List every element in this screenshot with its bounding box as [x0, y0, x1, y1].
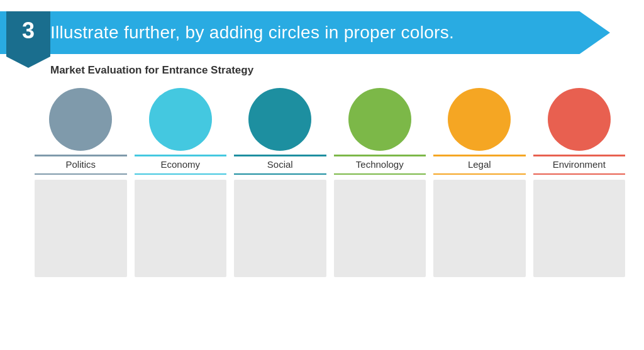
- label-social: Social: [267, 159, 293, 170]
- column-politics: Politics: [35, 88, 127, 277]
- step-number-container: 3: [6, 11, 50, 68]
- columns-container: PoliticsEconomySocialTechnologyLegalEnvi…: [35, 88, 625, 277]
- label-legal: Legal: [468, 159, 491, 170]
- content-box-environment: [533, 180, 626, 277]
- divider-technology: [334, 155, 426, 156]
- column-technology: Technology: [334, 88, 426, 277]
- content-box-technology: [334, 180, 426, 277]
- column-economy: Economy: [135, 88, 227, 277]
- circle-politics: [49, 88, 112, 151]
- underline-legal: [433, 173, 526, 175]
- content-box-legal: [433, 180, 526, 277]
- content-box-social: [234, 180, 326, 277]
- column-environment: Environment: [533, 88, 626, 277]
- content-box-economy: [135, 180, 227, 277]
- circle-economy: [149, 88, 212, 151]
- subtitle: Market Evaluation for Entrance Strategy: [50, 64, 253, 77]
- divider-social: [234, 155, 326, 156]
- step-number: 3: [22, 18, 35, 44]
- content-box-politics: [35, 180, 127, 277]
- header-banner: Illustrate further, by adding circles in…: [0, 11, 610, 54]
- divider-politics: [35, 155, 127, 156]
- divider-legal: [433, 155, 526, 156]
- divider-economy: [135, 155, 227, 156]
- label-economy: Economy: [160, 159, 200, 170]
- underline-social: [234, 173, 326, 175]
- label-politics: Politics: [65, 159, 96, 170]
- divider-environment: [533, 155, 626, 156]
- label-environment: Environment: [553, 159, 606, 170]
- underline-environment: [533, 173, 626, 175]
- underline-technology: [334, 173, 426, 175]
- column-social: Social: [234, 88, 326, 277]
- underline-economy: [135, 173, 227, 175]
- circle-environment: [548, 88, 611, 151]
- circle-social: [248, 88, 311, 151]
- slide: 3 Illustrate further, by adding circles …: [0, 0, 644, 350]
- label-technology: Technology: [356, 159, 404, 170]
- circle-legal: [448, 88, 511, 151]
- underline-politics: [35, 173, 127, 175]
- column-legal: Legal: [433, 88, 526, 277]
- header-title: Illustrate further, by adding circles in…: [50, 23, 454, 43]
- circle-technology: [348, 88, 411, 151]
